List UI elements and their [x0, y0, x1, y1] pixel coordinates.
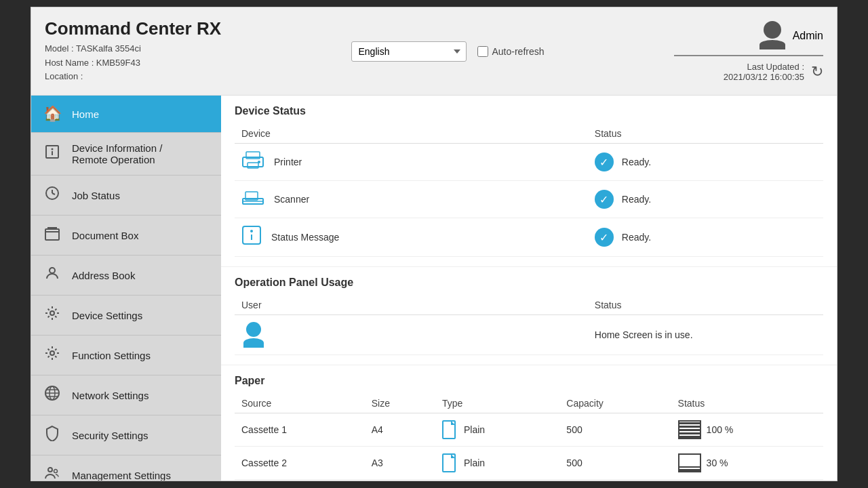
sidebar-item-security-settings[interactable]: Security Settings	[31, 415, 221, 455]
svg-rect-6	[45, 229, 59, 240]
paper-table: Source Size Type Capacity Status Cassett…	[235, 394, 823, 480]
network-settings-icon	[42, 385, 62, 405]
cassette2-status: 30 %	[671, 447, 823, 480]
admin-name: Admin	[793, 30, 823, 42]
scanner-label: Scanner	[274, 194, 309, 205]
cassette2-source: Cassette 2	[235, 447, 365, 480]
paper-title: Paper	[235, 375, 823, 387]
user-avatar	[241, 322, 266, 348]
scanner-status: Ready.	[622, 194, 651, 205]
printer-status: Ready.	[622, 157, 651, 167]
svg-point-9	[50, 351, 54, 355]
cassette1-source: Cassette 1	[235, 413, 365, 447]
security-settings-icon	[42, 425, 62, 445]
admin-section: Admin	[674, 21, 823, 56]
auto-refresh-label: Auto-refresh	[492, 46, 545, 57]
address-book-icon	[42, 265, 62, 285]
model-info: Model : TASKalfa 3554ci	[45, 42, 221, 56]
header-left: Command Center RX Model : TASKalfa 3554c…	[45, 18, 221, 84]
sidebar-label-address-book: Address Book	[72, 270, 135, 281]
col-paper-status: Status	[671, 394, 823, 413]
document-box-icon	[42, 225, 62, 245]
device-status-table: Device Status	[235, 124, 823, 257]
header-center: English Japanese German Auto-refresh	[351, 41, 545, 62]
sidebar-label-management-settings: Management Settings	[72, 470, 171, 481]
col-device: Device	[235, 124, 588, 144]
language-select[interactable]: English Japanese German	[351, 41, 467, 62]
sidebar: 🏠 Home Device Information /Remote Operat…	[31, 96, 221, 481]
function-settings-icon	[42, 345, 62, 365]
table-row: Status Message ✓ Ready.	[235, 218, 823, 257]
table-row: Scanner ✓ Ready.	[235, 181, 823, 218]
sidebar-item-device-info[interactable]: Device Information /Remote Operation	[31, 133, 221, 176]
main-content: Device Status Device Status	[221, 96, 837, 481]
col-size: Size	[365, 394, 435, 413]
device-info-icon	[42, 144, 62, 164]
sidebar-item-management-settings[interactable]: Management Settings	[31, 455, 221, 481]
device-settings-icon	[42, 305, 62, 325]
sidebar-label-job-status: Job Status	[72, 190, 120, 201]
svg-point-25	[250, 230, 253, 232]
svg-point-15	[48, 468, 52, 472]
table-row: Printer ✓ Ready.	[235, 144, 823, 181]
status-message-status: Ready.	[622, 232, 651, 243]
printer-label: Printer	[274, 157, 302, 167]
operation-panel-section: Operation Panel Usage User Status	[221, 267, 837, 365]
device-status-section: Device Status Device Status	[221, 96, 837, 267]
svg-point-16	[54, 470, 58, 473]
col-source: Source	[235, 394, 365, 413]
location-info: Location :	[45, 70, 221, 84]
cassette1-capacity: 500	[559, 413, 671, 447]
hostname-info: Host Name : KMB59F43	[45, 56, 221, 70]
svg-point-7	[50, 268, 55, 273]
printer-icon	[241, 150, 264, 174]
svg-point-8	[50, 311, 54, 315]
scanner-icon	[241, 188, 264, 211]
sidebar-item-document-box[interactable]: Document Box	[31, 216, 221, 256]
last-updated: Last Updated : 2021/03/12 16:00:35	[724, 62, 804, 82]
printer-status-icon: ✓	[595, 152, 614, 171]
sidebar-label-function-settings: Function Settings	[72, 350, 151, 361]
app-title: Command Center RX	[45, 18, 221, 39]
management-settings-icon	[42, 465, 62, 481]
operation-panel-table: User Status	[235, 296, 823, 355]
status-message-icon	[241, 225, 262, 249]
operation-status-text: Home Screen is in use.	[588, 315, 823, 355]
cassette2-type: Plain	[435, 447, 559, 480]
col-type-header: Type	[435, 394, 559, 413]
main-layout: 🏠 Home Device Information /Remote Operat…	[31, 96, 837, 481]
sidebar-label-home: Home	[72, 108, 99, 120]
sidebar-item-device-settings[interactable]: Device Settings	[31, 296, 221, 336]
auto-refresh-row: Auto-refresh	[477, 46, 545, 57]
sidebar-item-job-status[interactable]: Job Status	[31, 176, 221, 216]
sidebar-item-address-book[interactable]: Address Book	[31, 256, 221, 296]
home-icon: 🏠	[42, 105, 62, 123]
cassette1-status: 100 %	[671, 413, 823, 447]
device-status-title: Device Status	[235, 105, 823, 117]
last-updated-row: Last Updated : 2021/03/12 16:00:35 ↻	[724, 62, 823, 82]
header-right: Admin Last Updated : 2021/03/12 16:00:35…	[674, 21, 823, 82]
cassette1-size: A4	[365, 413, 435, 447]
header: Command Center RX Model : TASKalfa 3554c…	[31, 7, 837, 96]
sidebar-label-document-box: Document Box	[72, 230, 138, 241]
col-op-status: Status	[588, 296, 823, 315]
col-status: Status	[588, 124, 823, 144]
sidebar-item-network-settings[interactable]: Network Settings	[31, 375, 221, 415]
col-capacity: Capacity	[559, 394, 671, 413]
table-row: Cassette 1 A4 Plain	[235, 413, 823, 447]
svg-point-20	[258, 161, 260, 163]
job-status-icon	[42, 185, 62, 205]
status-message-label: Status Message	[271, 232, 339, 243]
sidebar-label-network-settings: Network Settings	[72, 390, 149, 401]
svg-point-1	[52, 148, 54, 150]
operation-panel-title: Operation Panel Usage	[235, 277, 823, 289]
sidebar-item-function-settings[interactable]: Function Settings	[31, 336, 221, 375]
table-row: Cassette 2 A3 Plain	[235, 447, 823, 480]
cassette2-capacity: 500	[559, 447, 671, 480]
refresh-button[interactable]: ↻	[811, 63, 823, 81]
sidebar-label-device-settings: Device Settings	[72, 310, 142, 321]
sidebar-item-home[interactable]: 🏠 Home	[31, 96, 221, 133]
col-user: User	[235, 296, 588, 315]
auto-refresh-checkbox[interactable]	[477, 46, 488, 57]
svg-line-5	[52, 193, 55, 195]
